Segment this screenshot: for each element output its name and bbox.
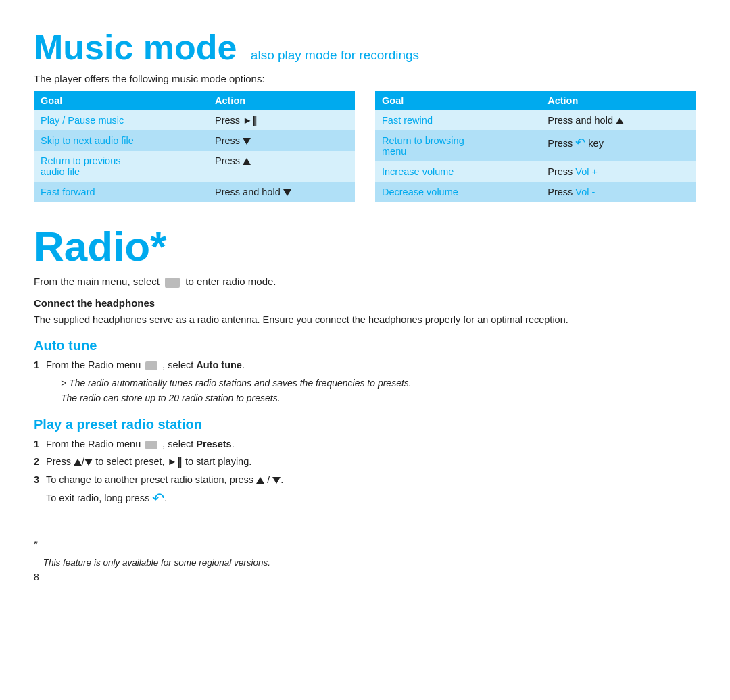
- goal-cell: Return to browsingmenu: [375, 130, 541, 161]
- action-cell: Press Vol -: [541, 182, 696, 202]
- table-row: Return to browsingmenu Press ↶ key: [375, 130, 696, 161]
- goal-cell: Play / Pause music: [34, 110, 208, 130]
- autotune-heading: Auto tune: [34, 338, 696, 353]
- left-table-header-goal: Goal: [34, 91, 208, 110]
- radio-mode-icon: [165, 278, 180, 288]
- radio-menu-icon2: [145, 441, 157, 449]
- music-mode-table-right: Goal Action Fast rewind Press and hold R…: [375, 91, 696, 202]
- action-cell: Press and hold: [208, 182, 355, 202]
- preset-steps: 1 From the Radio menu , select Presets. …: [34, 436, 696, 511]
- action-cell: Press and hold: [541, 110, 696, 130]
- goal-cell: Skip to next audio file: [34, 130, 208, 151]
- right-table-wrap: Goal Action Fast rewind Press and hold R…: [375, 91, 696, 202]
- connect-headphones-heading: Connect the headphones: [34, 297, 696, 309]
- right-table-header-goal: Goal: [375, 91, 541, 110]
- footnote-text: This feature is only available for some …: [43, 557, 270, 568]
- autotune-notes: > The radio automatically tunes radio st…: [47, 376, 696, 405]
- goal-cell: Return to previousaudio file: [34, 151, 208, 182]
- list-item: 2 Press / to select preset, ►‖ to start …: [34, 454, 696, 469]
- table-row: Increase volume Press Vol +: [375, 161, 696, 182]
- action-cell: Press ►‖: [208, 110, 355, 130]
- action-cell: Press Vol +: [541, 161, 696, 182]
- tables-container: Goal Action Play / Pause music Press ►‖ …: [34, 91, 696, 202]
- autotune-steps: 1 From the Radio menu , select Auto tune…: [34, 357, 696, 372]
- page-number: 8: [34, 572, 696, 582]
- action-cell: Press ↶ key: [541, 130, 696, 161]
- back-icon: ↶: [152, 487, 164, 510]
- footnote: * This feature is only available for som…: [34, 537, 696, 568]
- list-item: 1 From the Radio menu , select Presets.: [34, 436, 696, 451]
- goal-cell: Decrease volume: [375, 182, 541, 202]
- table-row: Return to previousaudio file Press: [34, 151, 355, 182]
- right-table-header-action: Action: [541, 91, 696, 110]
- table-row: Decrease volume Press Vol -: [375, 182, 696, 202]
- action-cell: Press: [208, 151, 355, 182]
- connect-headphones-body: The supplied headphones serve as a radio…: [34, 312, 696, 327]
- intro-text: The player offers the following music mo…: [34, 73, 696, 84]
- autotune-note2: The radio can store up to 20 radio stati…: [61, 391, 696, 406]
- list-item: 3 To change to another preset radio stat…: [34, 472, 696, 511]
- goal-cell: Fast forward: [34, 182, 208, 202]
- action-cell: Press: [208, 130, 355, 151]
- table-row: Skip to next audio file Press: [34, 130, 355, 151]
- goal-cell: Increase volume: [375, 161, 541, 182]
- page-title: Music mode also play mode for recordings: [34, 27, 696, 68]
- table-row: Play / Pause music Press ►‖: [34, 110, 355, 130]
- radio-menu-icon: [145, 361, 157, 370]
- autotune-note1: > The radio automatically tunes radio st…: [61, 376, 696, 391]
- music-mode-table-left: Goal Action Play / Pause music Press ►‖ …: [34, 91, 355, 202]
- table-row: Fast forward Press and hold: [34, 182, 355, 202]
- left-table-wrap: Goal Action Play / Pause music Press ►‖ …: [34, 91, 355, 202]
- table-row: Fast rewind Press and hold: [375, 110, 696, 130]
- footer: * This feature is only available for som…: [34, 537, 696, 582]
- list-item: 1 From the Radio menu , select Auto tune…: [34, 357, 696, 372]
- left-table-header-action: Action: [208, 91, 355, 110]
- goal-cell: Fast rewind: [375, 110, 541, 130]
- radio-intro: From the main menu, select to enter radi…: [34, 276, 696, 288]
- radio-title: Radio*: [34, 222, 696, 270]
- preset-heading: Play a preset radio station: [34, 417, 696, 432]
